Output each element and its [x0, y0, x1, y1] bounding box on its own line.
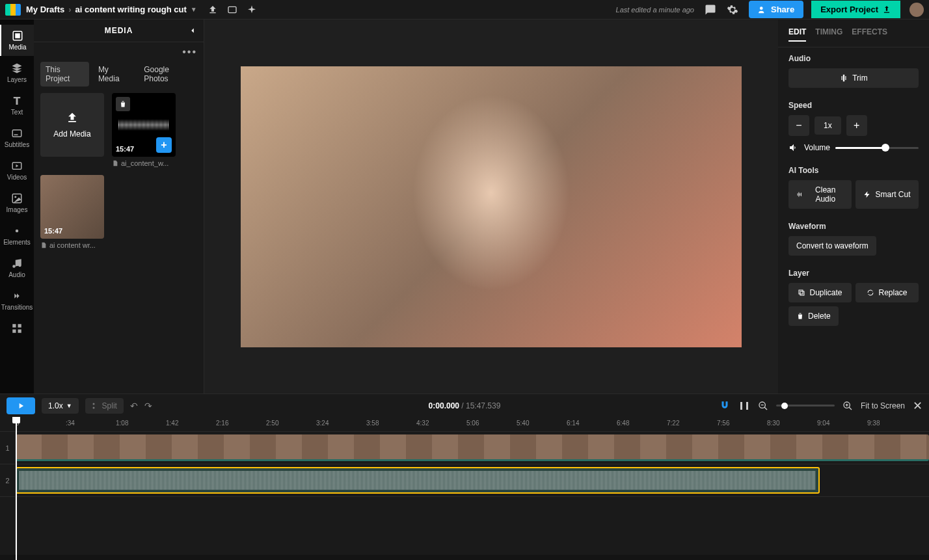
tab-my-media[interactable]: My Media — [93, 62, 135, 87]
preview-canvas[interactable] — [204, 20, 778, 393]
media-item-video[interactable]: 15:47 ai content wr... — [40, 175, 104, 249]
upload-icon[interactable] — [208, 5, 218, 15]
zoom-in-icon[interactable] — [842, 401, 853, 411]
convert-waveform-button[interactable]: Convert to waveform — [788, 236, 876, 256]
magnet-icon[interactable] — [719, 400, 731, 412]
rail-layers[interactable]: Layers — [0, 57, 34, 88]
copy-icon — [798, 289, 805, 297]
app-logo[interactable] — [5, 4, 21, 16]
duration-badge: 15:47 — [44, 227, 62, 235]
tab-timing[interactable]: TIMING — [815, 27, 842, 42]
duration-badge: 15:47 — [116, 145, 134, 153]
breadcrumb-project[interactable]: ai content writing rough cut — [75, 5, 187, 14]
cc-icon[interactable] — [227, 5, 237, 15]
more-options-icon[interactable]: ••• — [182, 46, 197, 58]
rail-transitions[interactable]: Transitions — [0, 285, 34, 316]
tab-this-project[interactable]: This Project — [40, 62, 89, 87]
rail-media[interactable]: Media — [0, 25, 34, 56]
split-button[interactable]: Split — [85, 398, 124, 414]
timeline-ruler[interactable]: 0:341:081:422:162:503:243:584:325:065:40… — [0, 417, 929, 431]
share-button[interactable]: Share — [749, 1, 803, 18]
duplicate-button[interactable]: Duplicate — [788, 283, 852, 302]
comment-icon[interactable] — [705, 4, 716, 16]
zoom-out-icon[interactable] — [758, 401, 768, 411]
chevron-down-icon[interactable]: ▼ — [191, 6, 197, 13]
speed-increase-button[interactable]: + — [846, 115, 867, 136]
add-media-button[interactable]: Add Media — [40, 93, 104, 157]
undo-icon[interactable]: ↶ — [130, 401, 138, 411]
refresh-icon — [867, 289, 874, 297]
delete-icon[interactable] — [116, 97, 130, 111]
audio-section-label: Audio — [788, 54, 919, 63]
audio-clip[interactable] — [16, 467, 820, 494]
breadcrumb-root[interactable]: My Drafts — [26, 5, 64, 14]
rail-label: Videos — [7, 174, 27, 181]
svg-point-1 — [760, 7, 763, 10]
tab-google-photos[interactable]: Google Photos — [139, 62, 197, 87]
rail-elements[interactable]: Elements — [0, 220, 34, 251]
tab-edit[interactable]: EDIT — [788, 27, 806, 42]
people-icon — [758, 5, 767, 14]
delete-button[interactable]: Delete — [788, 306, 839, 326]
speed-value: 1x — [815, 116, 841, 135]
ruler-tick: 2:16 — [216, 420, 228, 427]
play-button[interactable] — [7, 397, 35, 414]
export-icon — [882, 5, 891, 14]
export-button[interactable]: Export Project — [811, 1, 900, 18]
collapse-icon[interactable] — [188, 26, 197, 35]
replace-button[interactable]: Replace — [855, 283, 919, 302]
trash-icon — [796, 312, 804, 320]
redo-icon[interactable]: ↷ — [144, 401, 152, 411]
gear-icon[interactable] — [727, 4, 738, 16]
zoom-slider[interactable] — [776, 405, 835, 407]
track-1: 1 — [0, 431, 929, 464]
rail-more[interactable] — [0, 317, 34, 340]
ruler-tick: 6:14 — [567, 420, 579, 427]
ruler-tick: 6:48 — [617, 420, 629, 427]
track-number: 2 — [0, 464, 16, 496]
playback-speed-dropdown[interactable]: 1.0x▼ — [42, 398, 79, 414]
ruler-tick: 5:06 — [466, 420, 479, 427]
bolt-icon — [863, 191, 871, 198]
timeline-toolbar: 1.0x▼ Split ↶ ↷ 0:00.000 / 15:47.539 Fit… — [0, 393, 929, 417]
track-content[interactable] — [16, 464, 929, 496]
volume-slider[interactable] — [835, 147, 919, 149]
svg-point-20 — [92, 403, 94, 405]
upload-icon — [66, 111, 79, 124]
rail-label: Media — [8, 44, 26, 51]
svg-rect-4 — [12, 130, 21, 137]
header-actions — [208, 5, 257, 15]
rail-videos[interactable]: Videos — [0, 155, 34, 186]
last-edited-label: Last edited a minute ago — [616, 6, 694, 14]
fit-to-screen-button[interactable]: Fit to Screen — [861, 401, 905, 410]
track-empty — [0, 496, 929, 555]
video-clip[interactable] — [16, 434, 929, 461]
media-item-audio[interactable]: + 15:47 ai_content_w... — [112, 93, 176, 167]
media-thumb: 15:47 — [40, 175, 104, 239]
smart-cut-button[interactable]: Smart Cut — [855, 180, 919, 209]
tab-effects[interactable]: EFFECTS — [852, 27, 887, 42]
speed-decrease-button[interactable]: − — [788, 115, 809, 136]
playhead[interactable] — [16, 417, 17, 560]
sparkle-icon[interactable] — [247, 5, 257, 15]
trim-button[interactable]: Trim — [788, 68, 919, 88]
clean-audio-button[interactable]: Clean Audio — [788, 180, 852, 209]
speed-section-label: Speed — [788, 101, 919, 110]
volume-icon[interactable] — [788, 142, 799, 153]
breadcrumb: My Drafts › ai content writing rough cut… — [26, 5, 197, 14]
add-to-timeline-icon[interactable]: + — [156, 137, 172, 153]
rail-text[interactable]: Text — [0, 90, 34, 121]
user-avatar[interactable] — [909, 3, 924, 17]
svg-point-8 — [14, 196, 16, 198]
rail-audio[interactable]: Audio — [0, 252, 34, 284]
video-preview — [241, 66, 742, 347]
close-icon[interactable]: ✕ — [913, 399, 922, 413]
svg-rect-15 — [798, 193, 799, 197]
rail-label: Subtitles — [5, 141, 29, 148]
track-content[interactable] — [16, 497, 929, 555]
snap-icon[interactable] — [738, 400, 750, 412]
track-content[interactable] — [16, 432, 929, 464]
rail-images[interactable]: Images — [0, 187, 34, 219]
rail-subtitles[interactable]: Subtitles — [0, 122, 34, 153]
rail-label: Layers — [7, 76, 27, 83]
